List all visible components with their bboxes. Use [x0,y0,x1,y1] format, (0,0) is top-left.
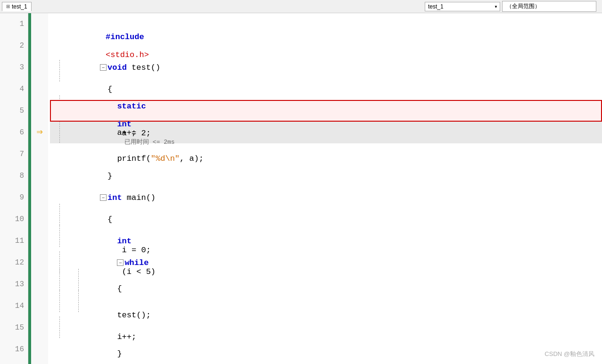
dropdown-value: test_1 [428,3,444,10]
code-line-12: −while (i < 5) [50,252,602,273]
code-line-5: static int a = 2; [50,100,602,122]
title-bar: ⊞ test_1 test_1 ▼ （全局范围） [0,0,602,13]
arrow-column: ⇒ [31,13,48,364]
scope-value: （全局范围） [506,3,540,9]
line-num-9: 9 [0,187,28,208]
line-num-5: 5 [0,100,28,122]
line-num-1: 1 [0,13,28,35]
watermark: CSDN @釉色清风 [544,350,594,358]
collapse-int-main[interactable]: − [100,194,107,201]
line-num-4: 4 [0,78,28,100]
code-area: 1 2 3 4 5 6 7 8 9 10 11 12 13 14 15 16 [0,13,602,364]
arrow-row-3 [31,57,48,78]
arrow-row-15 [31,317,48,339]
line-num-3: 3 [0,57,28,78]
scope-box[interactable]: （全局范围） [502,1,596,12]
function-dropdown[interactable]: test_1 ▼ [425,2,500,11]
include-keyword: #include [106,33,144,41]
arrow-row-13 [31,273,48,295]
arrow-row-2 [31,35,48,57]
editor-container: ⊞ test_1 test_1 ▼ （全局范围） 1 2 3 4 5 6 7 8… [0,0,602,364]
arrow-row-6: ⇒ [31,122,48,143]
lines-area: #include <stdio.h> −void test() { [48,13,602,364]
line-num-6: 6 [0,122,28,143]
arrow-row-7 [31,143,48,165]
arrow-row-5 [31,100,48,122]
line-num-15: 15 [0,317,28,339]
arrow-row-16 [31,339,48,360]
code-line-8: } [50,165,602,187]
line-num-14: 14 [0,295,28,317]
line-num-7: 7 [0,143,28,165]
debug-arrow-icon: ⇒ [36,127,42,138]
line-num-10: 10 [0,208,28,230]
arrow-row-8 [31,165,48,187]
code-line-9: −int main() [50,187,602,208]
line-num-12: 12 [0,252,28,273]
arrow-row-12 [31,252,48,273]
code-line-15: i++; [50,317,602,339]
line-num-2: 2 [0,35,28,57]
tab-label: test_1 [12,3,27,10]
dropdown-arrow-icon: ▼ [494,4,498,8]
line-num-13: 13 [0,273,28,295]
title-dropdown-area: test_1 ▼ （全局范围） [35,1,600,12]
tab-icon: ⊞ [6,4,10,9]
line-num-16: 16 [0,339,28,360]
arrow-row-11 [31,230,48,252]
arrow-row-9 [31,187,48,208]
arrow-row-4 [31,78,48,100]
arrow-row-10 [31,208,48,230]
arrow-row-14 [31,295,48,317]
line-numbers: 1 2 3 4 5 6 7 8 9 10 11 12 13 14 15 16 [0,13,28,364]
line-num-11: 11 [0,230,28,252]
code-line-16: } [50,339,602,360]
title-tab[interactable]: ⊞ test_1 [2,2,32,11]
arrow-row-1 [31,13,48,35]
code-line-2: #include <stdio.h> [50,35,602,57]
line-num-8: 8 [0,165,28,187]
